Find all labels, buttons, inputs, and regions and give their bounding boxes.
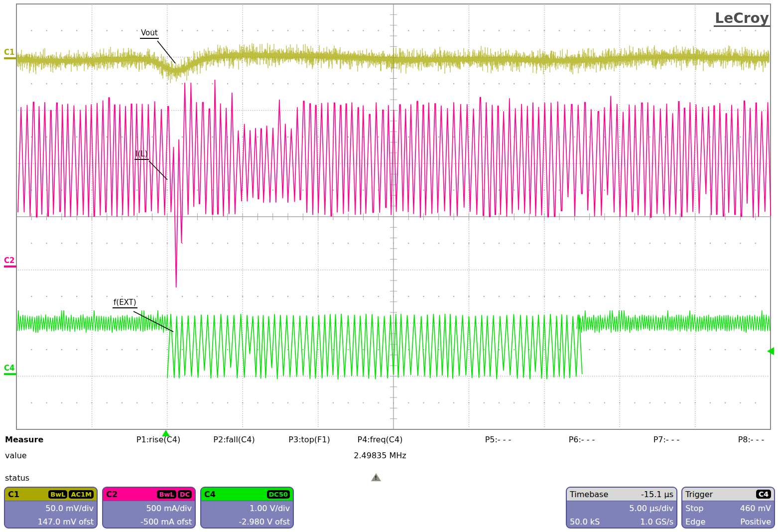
trigger-level: 460 mV — [740, 502, 771, 515]
c1-offset: 147.0 mV ofst — [8, 515, 94, 529]
trigger-title: Trigger — [685, 490, 713, 499]
timebase-title: Timebase — [570, 490, 608, 499]
c2-zero-level-bar — [4, 266, 16, 267]
annotation-fext-label: f(EXT) — [113, 298, 137, 308]
trigger-type: Edge — [685, 515, 705, 529]
c1-indicator-label: C1 — [4, 48, 14, 57]
measure-p4[interactable]: P4:freq(C4) — [358, 435, 403, 444]
c4-descriptor-box[interactable]: C4 DC50 1.00 V/div -2.980 V ofst — [200, 487, 294, 529]
lecroy-logo: LeCroy — [714, 11, 770, 27]
measure-title: Measure — [5, 435, 43, 444]
measure-p8[interactable]: P8:- - - — [738, 435, 765, 444]
timebase-samples: 50.0 kS — [570, 515, 600, 529]
measure-p3[interactable]: P3:top(F1) — [288, 435, 330, 444]
c4-scale: 1.00 V/div — [204, 502, 290, 515]
c1-zero-level-bar — [4, 57, 16, 59]
c1-name: C1 — [8, 490, 19, 499]
trigger-slope: Positive — [740, 515, 771, 529]
waveform-canvas[interactable] — [0, 0, 778, 443]
timebase-box-header: Timebase -15.1 µs — [567, 488, 676, 501]
c4-offset: -2.980 V ofst — [204, 515, 290, 529]
status-row-label: status — [5, 473, 29, 483]
measure-p7[interactable]: P7:- - - — [653, 435, 680, 444]
annotation-vout-label: Vout — [140, 28, 159, 39]
c2-coupling-badge: DC — [178, 490, 192, 499]
c2-offset: -500 mA ofst — [106, 515, 192, 529]
timebase-box[interactable]: Timebase -15.1 µs 5.00 µs/div 50.0 kS 1.… — [566, 487, 677, 529]
c2-descriptor-box[interactable]: C2 BwL DC 500 mA/div -500 mA ofst — [102, 487, 196, 529]
timebase-rate: 1.0 GS/s — [640, 515, 673, 529]
trigger-source-badge: C4 — [756, 490, 771, 499]
value-row-label: value — [5, 451, 27, 460]
c2-scale: 500 mA/div — [106, 502, 192, 515]
c2-box-header: C2 BwL DC — [103, 488, 195, 501]
c4-indicator-label: C4 — [4, 364, 14, 373]
c1-scale: 50.0 mV/div — [8, 502, 94, 515]
c1-descriptor-box[interactable]: C1 BwL AC1M 50.0 mV/div 147.0 mV ofst — [4, 487, 98, 529]
c1-bwl-badge: BwL — [48, 490, 67, 499]
c1-coupling-badge: AC1M — [69, 490, 94, 499]
trigger-box[interactable]: Trigger C4 Stop 460 mV Edge Positive — [681, 487, 775, 529]
measure-table: Measure P1:rise(C4) P2:fall(C4) P3:top(F… — [0, 432, 778, 485]
c4-box-header: C4 DC50 — [201, 488, 293, 501]
c2-position-indicator[interactable]: C2 — [4, 256, 17, 267]
trigger-box-header: Trigger C4 — [682, 488, 774, 501]
warning-icon — [371, 473, 381, 481]
measure-p5[interactable]: P5:- - - — [485, 435, 512, 444]
c2-indicator-label: C2 — [4, 256, 14, 265]
c1-box-header: C1 BwL AC1M — [5, 488, 97, 501]
timebase-scale: 5.00 µs/div — [570, 502, 673, 515]
trigger-mode: Stop — [685, 502, 703, 515]
c4-zero-level-bar — [4, 373, 16, 375]
measure-p2[interactable]: P2:fall(C4) — [213, 435, 255, 444]
oscilloscope-screen: LeCroy Vout I(L) f(EXT) C1 C2 C4 Measure… — [0, 0, 778, 532]
c4-position-indicator[interactable]: C4 — [4, 364, 17, 375]
c2-bwl-badge: BwL — [157, 490, 176, 499]
measure-p1[interactable]: P1:rise(C4) — [136, 435, 180, 444]
c4-coupling-badge: DC50 — [267, 490, 290, 499]
timebase-delay: -15.1 µs — [641, 490, 673, 499]
measure-p6[interactable]: P6:- - - — [569, 435, 595, 444]
annotation-il-label: I(L) — [134, 149, 149, 160]
c2-name: C2 — [106, 490, 118, 499]
measure-p4-value: 2.49835 MHz — [354, 451, 406, 460]
c1-position-indicator[interactable]: C1 — [4, 48, 17, 59]
c4-name: C4 — [204, 490, 216, 499]
